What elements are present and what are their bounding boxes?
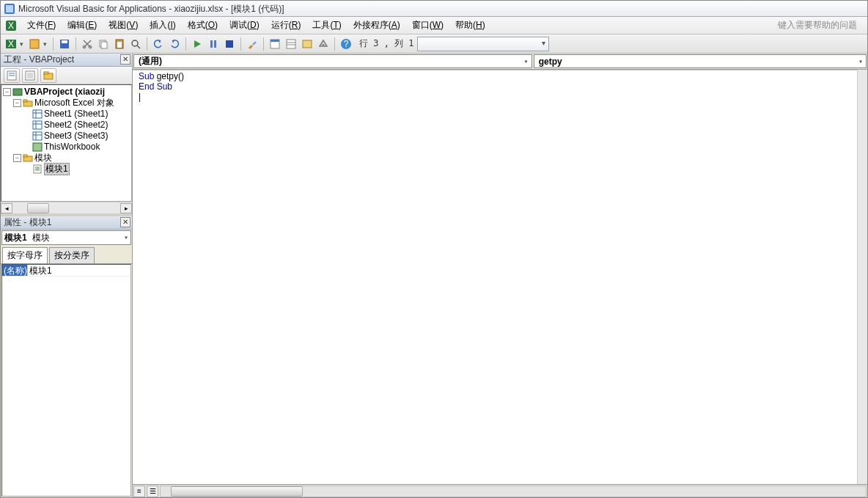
paste-icon[interactable] xyxy=(112,37,127,51)
svg-rect-25 xyxy=(303,40,312,48)
code-line[interactable]: | xyxy=(139,92,867,102)
svg-rect-17 xyxy=(210,40,213,48)
property-row-name[interactable]: (名称) 模块1 xyxy=(2,265,130,277)
svg-rect-22 xyxy=(287,40,295,48)
view-object-icon[interactable] xyxy=(22,68,38,83)
tree-node-sheet2[interactable]: Sheet2 (Sheet2) xyxy=(44,120,108,131)
scroll-left-icon[interactable]: ◂ xyxy=(1,203,12,213)
toggle-folders-icon[interactable] xyxy=(40,68,56,83)
menu-help[interactable]: 帮助(H) xyxy=(449,18,491,33)
break-icon[interactable] xyxy=(206,37,221,51)
properties-grid[interactable]: (名称) 模块1 xyxy=(1,264,131,497)
copy-icon[interactable] xyxy=(96,37,111,51)
object-browser-icon[interactable] xyxy=(300,37,315,51)
menu-format[interactable]: 格式(O) xyxy=(182,18,224,33)
editor-bottom-bar: ≡ ☰ xyxy=(133,484,867,497)
object-combo[interactable]: (通用) xyxy=(133,54,532,68)
tree-node-sheet3[interactable]: Sheet3 (Sheet3) xyxy=(44,131,108,142)
close-project-pane-icon[interactable]: ✕ xyxy=(120,54,130,65)
code-combo-bar: (通用) getpy xyxy=(133,54,867,70)
editor-hscroll[interactable] xyxy=(160,486,867,497)
svg-rect-50 xyxy=(23,155,27,157)
procedure-combo[interactable]: getpy xyxy=(534,54,867,68)
view-excel-icon[interactable]: X xyxy=(4,37,18,51)
svg-rect-33 xyxy=(27,73,33,78)
procedure-view-icon[interactable]: ≡ xyxy=(133,486,145,497)
scroll-thumb[interactable] xyxy=(171,486,303,497)
menu-file[interactable]: 文件(F) xyxy=(21,18,62,33)
code-line[interactable]: Sub getpy() xyxy=(139,71,867,81)
svg-rect-8 xyxy=(62,40,67,43)
save-icon[interactable] xyxy=(57,37,72,51)
tree-node-excel-objects[interactable]: Microsoft Excel 对象 xyxy=(34,98,114,109)
scroll-thumb[interactable] xyxy=(27,203,49,213)
project-explorer-icon[interactable] xyxy=(268,37,282,51)
tree-node-modules[interactable]: 模块 xyxy=(34,153,52,164)
find-icon[interactable] xyxy=(128,37,143,51)
reset-icon[interactable] xyxy=(222,37,237,51)
cut-icon[interactable] xyxy=(80,37,95,51)
svg-text:X: X xyxy=(8,21,14,31)
title-bar: Microsoft Visual Basic for Applications … xyxy=(1,1,867,17)
menu-addins[interactable]: 外接程序(A) xyxy=(347,18,406,33)
folder-icon xyxy=(23,153,33,163)
editor-vscroll[interactable] xyxy=(857,70,867,484)
tree-node-sheet1[interactable]: Sheet1 (Sheet1) xyxy=(44,109,108,120)
tree-collapse-icon[interactable]: − xyxy=(13,99,21,107)
view-code-icon[interactable] xyxy=(4,68,20,83)
worksheet-icon xyxy=(32,109,43,119)
svg-rect-38 xyxy=(23,100,27,102)
menu-window[interactable]: 窗口(W) xyxy=(406,18,449,33)
standard-toolbar: X▾ ▾ ? 行 3 , 列 1 xyxy=(1,34,867,54)
menu-tools[interactable]: 工具(T) xyxy=(306,18,347,33)
tab-categorized[interactable]: 按分类序 xyxy=(49,247,95,263)
project-tree[interactable]: −VBAProject (xiaozij −Microsoft Excel 对象… xyxy=(1,84,132,202)
project-tree-hscroll[interactable]: ◂ ▸ xyxy=(1,202,132,213)
tree-collapse-icon[interactable]: − xyxy=(3,88,11,96)
menu-run[interactable]: 运行(R) xyxy=(265,18,307,33)
toolbox-icon[interactable] xyxy=(316,37,331,51)
svg-rect-1 xyxy=(6,5,13,12)
menu-edit[interactable]: 编辑(E) xyxy=(62,18,103,33)
tree-collapse-icon[interactable]: − xyxy=(13,154,21,162)
code-editor[interactable]: Sub getpy() End Sub | xyxy=(133,70,867,484)
menu-insert[interactable]: 插入(I) xyxy=(144,18,181,33)
tree-node-vbaproject[interactable]: VBAProject (xiaozij xyxy=(24,87,105,98)
full-module-view-icon[interactable]: ☰ xyxy=(147,486,158,497)
cursor-position: 行 3 , 列 1 xyxy=(355,37,414,50)
close-properties-pane-icon[interactable]: ✕ xyxy=(120,217,130,227)
tree-node-thisworkbook[interactable]: ThisWorkbook xyxy=(44,142,100,153)
tab-alphabetic[interactable]: 按字母序 xyxy=(2,247,48,263)
help-search-box[interactable]: 键入需要帮助的问题 xyxy=(778,19,864,32)
window-title: Microsoft Visual Basic for Applications … xyxy=(18,1,284,17)
svg-rect-39 xyxy=(33,110,42,118)
workbook-icon xyxy=(32,142,43,152)
properties-pane-title: 属性 - 模块1 ✕ xyxy=(1,216,132,230)
scroll-right-icon[interactable]: ▸ xyxy=(120,203,132,213)
svg-rect-18 xyxy=(214,40,216,48)
help-icon[interactable]: ? xyxy=(339,37,353,51)
svg-line-16 xyxy=(137,45,140,48)
properties-object-combo[interactable]: 模块1 模块 xyxy=(1,230,131,245)
svg-rect-36 xyxy=(13,89,22,95)
run-icon[interactable] xyxy=(190,37,205,51)
properties-window-icon[interactable] xyxy=(284,37,298,51)
properties-tabs: 按字母序 按分类序 xyxy=(1,246,132,264)
svg-rect-19 xyxy=(226,40,233,48)
property-value[interactable]: 模块1 xyxy=(28,265,130,276)
code-line[interactable]: End Sub xyxy=(139,81,867,92)
vbaproject-icon xyxy=(12,87,23,97)
undo-icon[interactable] xyxy=(151,37,166,51)
svg-rect-42 xyxy=(33,121,42,129)
worksheet-icon xyxy=(32,120,43,130)
svg-rect-14 xyxy=(117,42,122,48)
insert-item-icon[interactable] xyxy=(27,37,42,51)
tree-node-module1[interactable]: 模块1 xyxy=(44,163,70,175)
design-mode-icon[interactable] xyxy=(245,37,260,51)
property-key: (名称) xyxy=(2,265,28,276)
excel-module-icon: X xyxy=(5,20,17,32)
toolbar-combo[interactable] xyxy=(417,37,549,51)
menu-debug[interactable]: 调试(D) xyxy=(224,18,265,33)
redo-icon[interactable] xyxy=(167,37,182,51)
menu-view[interactable]: 视图(V) xyxy=(103,18,144,33)
